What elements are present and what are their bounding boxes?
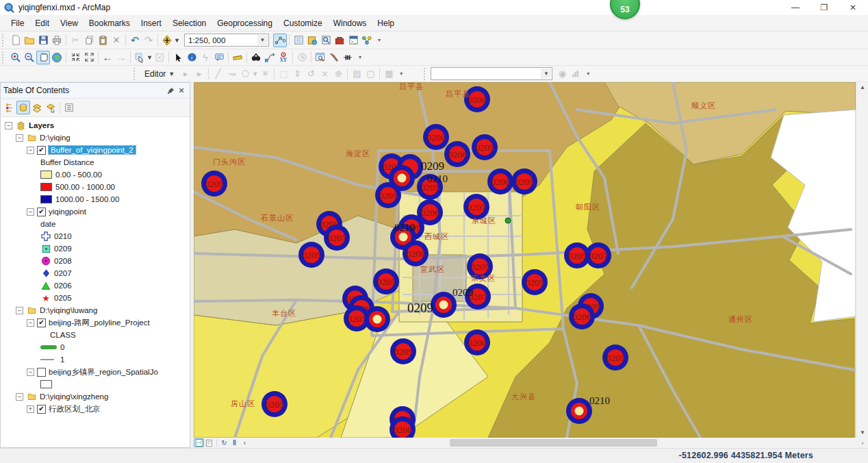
html-popup-icon[interactable]: [212, 51, 226, 64]
new-document-icon[interactable]: [9, 34, 23, 47]
data-view-button[interactable]: [194, 438, 204, 447]
menu-edit[interactable]: Edit: [29, 16, 55, 30]
layer-checkbox[interactable]: ✔: [37, 405, 46, 414]
cut-polygons-icon[interactable]: ⨯: [318, 67, 331, 81]
find-icon[interactable]: [249, 51, 263, 64]
horizontal-scroll-thumb[interactable]: [450, 439, 657, 447]
open-folder-icon[interactable]: [23, 34, 36, 47]
histogram-icon[interactable]: [569, 67, 583, 81]
toc-group-xingzheng[interactable]: − D:\yiqing\xingzheng: [1, 390, 190, 403]
layout-view-button[interactable]: [204, 438, 214, 447]
go-to-xy-icon[interactable]: XY: [277, 51, 290, 64]
point-at-intersection-icon[interactable]: ✳: [258, 67, 272, 81]
redo-icon[interactable]: ↷: [142, 34, 155, 47]
straight-segment-icon[interactable]: ╱: [211, 67, 225, 81]
layer-dropdown-icon[interactable]: ▼: [541, 68, 551, 79]
menu-customize[interactable]: Customize: [278, 16, 328, 30]
save-icon[interactable]: [36, 34, 50, 47]
scroll-up-icon[interactable]: ▲: [856, 82, 868, 92]
edit-annotation-tool-icon[interactable]: ▸: [192, 67, 206, 81]
menu-geoprocessing[interactable]: Geoprocessing: [212, 16, 278, 30]
map-scale-combobox[interactable]: 1:250, 000 ▼: [184, 34, 269, 47]
list-by-selection-icon[interactable]: [44, 101, 58, 114]
snapping-icon[interactable]: ◉: [555, 67, 569, 81]
class-swatch-red[interactable]: [40, 183, 52, 191]
create-features-icon[interactable]: ▦: [382, 67, 396, 81]
toc-layer-buffer[interactable]: − ✔ Buffer_of_yiqingpoint_2: [1, 144, 190, 156]
refresh-view-icon[interactable]: ↻: [219, 438, 229, 447]
python-window-icon[interactable]: >_: [346, 34, 360, 47]
minimize-button[interactable]: —: [780, 0, 810, 15]
toc-symbol-row[interactable]: 0210: [1, 230, 190, 242]
split-tool-icon[interactable]: ⇕: [290, 67, 304, 81]
collapse-icon[interactable]: −: [16, 393, 23, 401]
create-viewshed-hammer-icon[interactable]: [327, 51, 341, 64]
print-icon[interactable]: [50, 34, 64, 47]
toc-layer-admin[interactable]: + ✔ 行政区划_北京: [1, 403, 190, 415]
layer-checkbox[interactable]: ✔: [37, 208, 46, 216]
editor-sketch-icon[interactable]: [273, 34, 287, 47]
back-extent-icon[interactable]: ←: [101, 51, 114, 64]
add-data-dropdown-icon[interactable]: ▼: [174, 37, 180, 44]
list-by-visibility-icon[interactable]: [30, 101, 44, 114]
toc-symbol-row[interactable]: [1, 378, 190, 390]
scroll-right-icon[interactable]: ›: [857, 440, 868, 447]
toolbar-overflow-icon[interactable]: ▾: [375, 39, 383, 42]
undo-icon[interactable]: ↶: [128, 34, 142, 47]
toolbar-grip[interactable]: [2, 51, 7, 64]
toc-group-yiqing[interactable]: − D:\yiqing: [1, 132, 190, 144]
pan-hand-icon[interactable]: [36, 51, 50, 64]
toc-symbol-row[interactable]: 0209: [1, 242, 190, 255]
merge-tool-icon[interactable]: ⊕: [331, 67, 345, 81]
table-of-contents-icon[interactable]: [292, 34, 305, 47]
map-canvas[interactable]: 0206020602050206020502050206020502050205…: [194, 82, 856, 438]
scale-dropdown-icon[interactable]: ▼: [257, 35, 268, 45]
sketch-properties-icon[interactable]: ▢: [363, 67, 377, 81]
identify-icon[interactable]: i: [185, 51, 199, 64]
layer-checkbox[interactable]: ✔: [37, 146, 46, 155]
layer-checkbox[interactable]: [37, 368, 46, 377]
layer-checkbox[interactable]: ✔: [37, 318, 46, 327]
collapse-icon[interactable]: −: [16, 307, 23, 314]
toc-class-row[interactable]: 500.00 - 1000.00: [1, 181, 190, 193]
hyperlink-icon[interactable]: ϟ: [199, 51, 212, 64]
reshape-feature-icon[interactable]: ⬚: [277, 67, 290, 81]
toc-options-icon[interactable]: [62, 101, 76, 114]
horizontal-scrollbar[interactable]: [250, 438, 857, 447]
close-button[interactable]: ✕: [838, 0, 868, 15]
toc-symbol-row[interactable]: 0: [1, 341, 190, 353]
modelbuilder-icon[interactable]: [360, 34, 374, 47]
collapse-icon[interactable]: −: [27, 147, 34, 154]
toolbar-overflow-icon[interactable]: ▾: [584, 73, 592, 75]
menu-view[interactable]: View: [55, 16, 84, 30]
collapse-icon[interactable]: −: [27, 368, 34, 376]
toc-group-luwang[interactable]: − D:\yiqing\luwang: [1, 304, 190, 316]
arctoolbox-icon[interactable]: [333, 34, 346, 47]
scroll-left-icon[interactable]: ‹: [240, 438, 250, 447]
measure-icon[interactable]: [231, 51, 244, 64]
restore-button[interactable]: ❐: [809, 0, 839, 15]
catalog-icon[interactable]: [305, 34, 319, 47]
zoom-in-icon[interactable]: [9, 51, 23, 64]
toc-symbol-row[interactable]: 0206: [1, 279, 190, 292]
menu-insert[interactable]: Insert: [136, 16, 167, 30]
paste-icon[interactable]: [96, 34, 110, 47]
toc-layer-yiqingpoint[interactable]: − ✔ yiqingpoint: [1, 205, 190, 218]
close-panel-icon[interactable]: ✕: [176, 85, 187, 96]
collapse-icon[interactable]: −: [27, 208, 34, 216]
toolbar-overflow-icon[interactable]: ▾: [356, 56, 364, 59]
collapse-icon[interactable]: −: [16, 134, 23, 142]
select-features-icon[interactable]: [133, 51, 146, 64]
select-elements-icon[interactable]: [171, 51, 185, 64]
toolbar-grip[interactable]: [2, 34, 7, 47]
toc-class-row[interactable]: 0.00 - 500.00: [1, 168, 190, 181]
measure-feature-icon[interactable]: [341, 51, 355, 64]
copy-icon[interactable]: [82, 34, 96, 47]
toc-symbol-row[interactable]: ★ 0205: [1, 292, 190, 304]
fixed-zoom-out-icon[interactable]: [82, 51, 96, 64]
toc-item-layers[interactable]: − Layers: [1, 119, 190, 132]
collapse-icon[interactable]: −: [5, 122, 12, 129]
layer-combobox[interactable]: ▼: [431, 67, 552, 80]
toolbar-grip[interactable]: [133, 68, 138, 80]
menu-bookmarks[interactable]: Bookmarks: [84, 16, 136, 30]
